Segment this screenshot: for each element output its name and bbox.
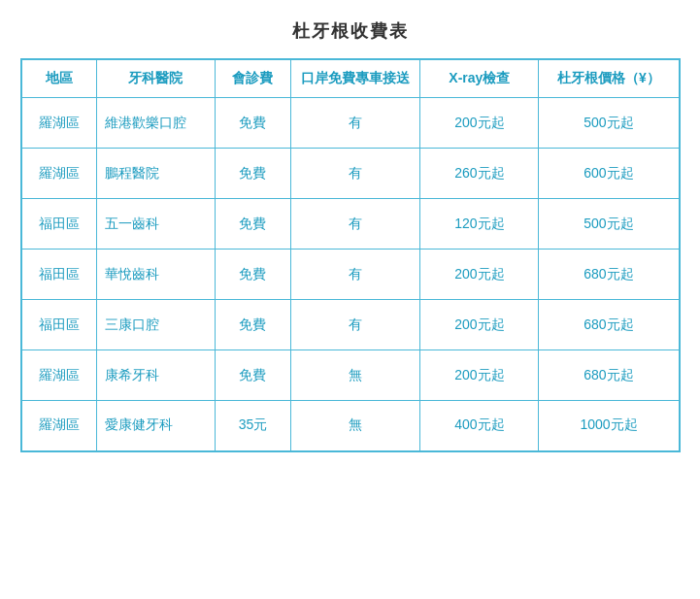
- table-row: 羅湖區愛康健牙科35元無400元起1000元起: [21, 401, 680, 451]
- cell-hospital: 五一齒科: [96, 199, 215, 250]
- cell-region: 福田區: [21, 250, 97, 300]
- cell-region: 羅湖區: [21, 98, 97, 149]
- cell-consult: 35元: [216, 401, 291, 451]
- table-row: 羅湖區康希牙科免費無200元起680元起: [21, 350, 680, 401]
- cell-hospital: 華悅齒科: [96, 250, 215, 300]
- cell-shuttle: 無: [290, 350, 419, 401]
- cell-consult: 免費: [216, 300, 291, 350]
- page-title: 杜牙根收費表: [20, 19, 681, 43]
- header-consult: 會診費: [216, 59, 291, 98]
- cell-hospital: 三康口腔: [96, 300, 215, 350]
- cell-price: 600元起: [539, 149, 680, 199]
- cell-hospital: 維港歡樂口腔: [96, 98, 215, 149]
- cell-price: 500元起: [539, 98, 680, 149]
- cell-shuttle: 有: [290, 300, 419, 350]
- table-header-row: 地區 牙科醫院 會診費 口岸免費專車接送 X-ray檢查 杜牙根價格（¥）: [21, 59, 680, 98]
- table-row: 福田區五一齒科免費有120元起500元起: [21, 199, 680, 250]
- cell-consult: 免費: [216, 350, 291, 401]
- cell-price: 680元起: [539, 350, 680, 401]
- cell-xray: 120元起: [420, 199, 539, 250]
- table-row: 福田區華悅齒科免費有200元起680元起: [21, 250, 680, 300]
- cell-shuttle: 有: [290, 149, 419, 199]
- header-region: 地區: [21, 59, 97, 98]
- header-shuttle: 口岸免費專車接送: [290, 59, 419, 98]
- cell-region: 羅湖區: [21, 350, 97, 401]
- cell-consult: 免費: [216, 199, 291, 250]
- header-hospital: 牙科醫院: [96, 59, 215, 98]
- cell-consult: 免費: [216, 98, 291, 149]
- cell-price: 1000元起: [539, 401, 680, 451]
- cell-region: 羅湖區: [21, 149, 97, 199]
- cell-consult: 免費: [216, 149, 291, 199]
- cell-xray: 400元起: [420, 401, 539, 451]
- cell-region: 羅湖區: [21, 401, 97, 451]
- cell-shuttle: 無: [290, 401, 419, 451]
- cell-shuttle: 有: [290, 98, 419, 149]
- cell-xray: 200元起: [420, 350, 539, 401]
- cell-hospital: 愛康健牙科: [96, 401, 215, 451]
- cell-xray: 200元起: [420, 98, 539, 149]
- cell-consult: 免費: [216, 250, 291, 300]
- cell-hospital: 鵬程醫院: [96, 149, 215, 199]
- cell-shuttle: 有: [290, 250, 419, 300]
- cell-region: 福田區: [21, 300, 97, 350]
- header-xray: X-ray檢查: [420, 59, 539, 98]
- cell-xray: 200元起: [420, 300, 539, 350]
- table-row: 福田區三康口腔免費有200元起680元起: [21, 300, 680, 350]
- cell-price: 680元起: [539, 250, 680, 300]
- cell-xray: 260元起: [420, 149, 539, 199]
- cell-shuttle: 有: [290, 199, 419, 250]
- cell-xray: 200元起: [420, 250, 539, 300]
- cell-price: 680元起: [539, 300, 680, 350]
- cell-price: 500元起: [539, 199, 680, 250]
- cell-hospital: 康希牙科: [96, 350, 215, 401]
- main-container: 杜牙根收費表 地區 牙科醫院 會診費 口岸免費專車接送 X-ray檢查 杜牙根價…: [20, 19, 681, 452]
- fee-table: 地區 牙科醫院 會診費 口岸免費專車接送 X-ray檢查 杜牙根價格（¥） 羅湖…: [20, 58, 681, 452]
- cell-region: 福田區: [21, 199, 97, 250]
- header-price: 杜牙根價格（¥）: [539, 59, 680, 98]
- table-row: 羅湖區維港歡樂口腔免費有200元起500元起: [21, 98, 680, 149]
- table-row: 羅湖區鵬程醫院免費有260元起600元起: [21, 149, 680, 199]
